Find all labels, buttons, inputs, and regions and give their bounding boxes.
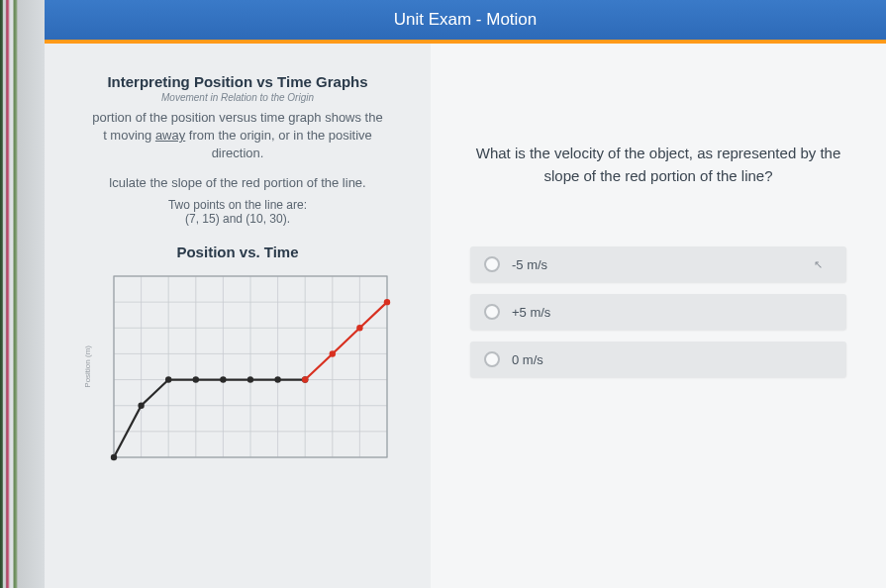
content: Interpreting Position vs Time Graphs Mov… — [45, 44, 886, 588]
description: portion of the position versus time grap… — [64, 109, 411, 163]
svg-point-20 — [110, 453, 116, 459]
points-value: (7, 15) and (10, 30). — [64, 212, 411, 226]
svg-point-26 — [274, 376, 280, 382]
binder-edge — [0, 0, 45, 588]
chart-ylabel: Position (m) — [83, 345, 92, 388]
chart-holder: Position (m) — [64, 270, 411, 463]
heading: Interpreting Position vs Time Graphs — [64, 73, 411, 90]
svg-point-29 — [329, 350, 335, 356]
option-label: -5 m/s — [512, 257, 547, 272]
option-1[interactable]: -5 m/s ↖ — [470, 246, 846, 282]
answer-options: -5 m/s ↖ +5 m/s 0 m/s — [460, 246, 856, 377]
main-area: Unit Exam - Motion Interpreting Position… — [45, 0, 886, 588]
chart-title: Position vs. Time — [64, 244, 411, 260]
subheading: Movement in Relation to the Origin — [64, 92, 411, 103]
position-time-chart — [96, 270, 393, 463]
desc-line2b: from the origin, or in the positive — [185, 128, 372, 143]
svg-point-24 — [220, 376, 226, 382]
option-label: +5 m/s — [512, 305, 550, 320]
radio-icon — [484, 351, 500, 367]
svg-point-25 — [246, 376, 252, 382]
option-2[interactable]: +5 m/s — [470, 294, 846, 330]
desc-line2a: t moving — [103, 128, 155, 143]
question-text: What is the velocity of the object, as r… — [460, 143, 856, 187]
desc-line3: direction. — [212, 146, 264, 160]
calc-instruction: lculate the slope of the red portion of … — [64, 175, 411, 190]
svg-point-28 — [302, 376, 308, 382]
desc-underline: away — [155, 128, 185, 143]
explanation-panel: Interpreting Position vs Time Graphs Mov… — [45, 44, 431, 588]
option-3[interactable]: 0 m/s — [470, 342, 846, 377]
svg-point-23 — [192, 376, 198, 382]
cursor-icon: ↖ — [814, 258, 833, 271]
question-panel: What is the velocity of the object, as r… — [431, 44, 886, 588]
desc-line1: portion of the position versus time grap… — [92, 110, 382, 125]
page-title: Unit Exam - Motion — [45, 0, 886, 44]
svg-point-21 — [138, 402, 144, 408]
option-label: 0 m/s — [512, 352, 543, 367]
points-label: Two points on the line are: — [64, 198, 411, 212]
svg-point-31 — [383, 299, 389, 305]
radio-icon — [484, 304, 500, 320]
svg-point-22 — [165, 376, 171, 382]
svg-point-30 — [356, 325, 362, 331]
radio-icon — [484, 256, 500, 272]
